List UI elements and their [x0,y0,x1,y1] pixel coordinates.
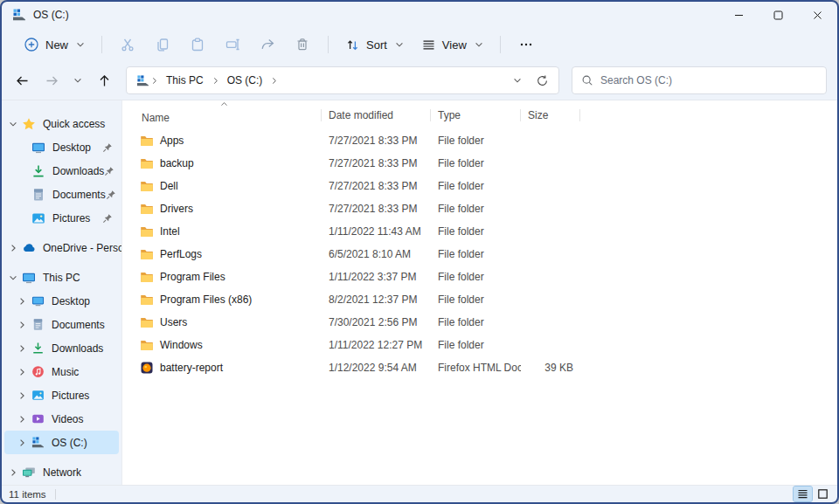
search-icon [581,74,593,86]
file-name: Windows [160,339,203,351]
toolbar-separator [101,36,102,53]
sidebar-item-documents-pinned[interactable]: Documents [4,183,119,206]
picture-icon [31,389,45,403]
chevron-right-icon[interactable] [13,368,31,376]
chevron-down-icon [395,40,404,49]
details-view-button[interactable] [794,487,812,501]
file-row-perflogs[interactable]: PerfLogs 6/5/2021 8:10 AM File folder [122,243,837,266]
sidebar-item-quick-access[interactable]: Quick access [4,112,119,135]
file-row-drivers[interactable]: Drivers 7/27/2021 8:33 PM File folder [122,197,837,220]
details-view-icon [797,488,808,500]
file-type: File folder [431,339,521,351]
chevron-right-icon[interactable] [13,391,31,400]
sidebar-item-desktop-pinned[interactable]: Desktop [4,135,119,159]
breadcrumb-os-c[interactable]: OS (C:) [222,71,268,90]
sidebar-item-onedrive[interactable]: OneDrive - Personal [4,236,119,259]
file-date: 7/27/2021 8:33 PM [322,135,431,147]
chevron-right-icon[interactable] [13,321,31,329]
file-name: Apps [160,135,184,147]
delete-button[interactable] [286,32,319,57]
minimize-button[interactable] [719,2,759,28]
sidebar-item-pictures[interactable]: Pictures [4,383,119,407]
file-type: File folder [431,180,521,192]
chevron-right-icon[interactable] [13,297,31,306]
file-row-backup[interactable]: backup 7/27/2021 8:33 PM File folder [122,152,837,175]
sidebar-item-downloads-pinned[interactable]: Downloads [4,159,119,183]
window-title: OS (C:) [33,9,69,21]
chevron-right-icon[interactable] [13,344,31,353]
navigation-pane: Quick access Desktop Downloads Documents [2,100,121,485]
status-bar: 11 items [2,485,837,502]
up-button[interactable] [91,67,117,93]
sidebar-item-documents[interactable]: Documents [4,313,119,336]
file-row-dell[interactable]: Dell 7/27/2021 8:33 PM File folder [122,175,837,197]
command-toolbar: New Sort View [2,28,837,61]
sidebar-item-label: Desktop [52,142,91,154]
file-row-users[interactable]: Users 7/30/2021 2:56 PM File folder [122,311,837,334]
file-row-program-files[interactable]: Program Files 1/11/2022 3:37 PM File fol… [122,266,837,288]
breadcrumb-chevron-icon [269,77,279,85]
share-button[interactable] [251,32,284,57]
chevron-right-icon[interactable] [4,244,22,252]
forward-button[interactable] [38,67,65,93]
sidebar-item-music[interactable]: Music [4,360,119,383]
copy-button[interactable] [146,32,179,57]
cut-button[interactable] [111,32,144,57]
file-row-battery-report[interactable]: battery-report 1/12/2022 9:54 AM Firefox… [122,356,837,379]
picture-icon [31,211,45,225]
large-icons-view-button[interactable] [814,487,832,501]
music-icon [31,365,45,379]
toolbar-separator [328,36,329,53]
view-button-label: View [442,38,467,52]
file-row-windows[interactable]: Windows 1/11/2022 12:27 PM File folder [122,334,837,356]
chevron-down-icon[interactable] [4,273,22,282]
close-button[interactable] [798,2,837,28]
sidebar-item-downloads[interactable]: Downloads [4,336,119,360]
refresh-icon [536,74,549,87]
sidebar-item-desktop[interactable]: Desktop [4,289,119,313]
file-row-intel[interactable]: Intel 1/11/2022 11:43 AM File folder [122,220,837,243]
minimize-icon [732,8,746,23]
sidebar-item-label: OneDrive - Personal [43,242,121,254]
search-box[interactable] [572,66,827,94]
plus-circle-icon [24,37,39,52]
back-button[interactable] [9,67,35,93]
refresh-button[interactable] [529,67,555,93]
sidebar-item-videos[interactable]: Videos [4,407,119,431]
recent-locations-button[interactable] [68,67,87,93]
sidebar-item-network[interactable]: Network [4,460,119,484]
chevron-right-icon[interactable] [13,438,31,447]
sort-button[interactable]: Sort [337,33,412,57]
item-count: 11 items [9,489,46,500]
paste-button[interactable] [181,32,214,57]
sidebar-item-os-c[interactable]: OS (C:) [4,431,119,454]
rename-button[interactable] [216,32,249,57]
file-date: 7/27/2021 8:33 PM [322,203,431,215]
sidebar-item-pictures-pinned[interactable]: Pictures [4,206,119,230]
file-row-apps[interactable]: Apps 7/27/2021 8:33 PM File folder [122,129,837,152]
file-name: Program Files (x86) [160,293,252,306]
breadcrumb-this-pc[interactable]: This PC [161,71,209,90]
column-header-size[interactable]: Size [521,100,580,129]
sidebar-item-this-pc[interactable]: This PC [4,266,119,289]
column-header-date-modified[interactable]: Date modified [322,100,431,129]
see-more-button[interactable] [510,32,543,57]
chevron-down-icon[interactable] [4,120,22,128]
new-button[interactable]: New [16,32,93,57]
sort-icon [345,38,360,52]
folder-icon [140,247,154,261]
document-icon [31,188,45,202]
chevron-right-icon[interactable] [13,415,31,424]
search-input[interactable] [600,74,817,86]
view-button[interactable]: View [413,33,491,57]
column-header-name[interactable]: Name [122,100,322,129]
address-bar[interactable]: This PC OS (C:) [126,66,559,94]
chevron-right-icon[interactable] [4,468,22,477]
column-header-type[interactable]: Type [431,100,521,129]
maximize-button[interactable] [759,2,798,28]
address-dropdown-button[interactable] [508,67,527,93]
file-row-program-files-x86[interactable]: Program Files (x86) 8/2/2021 12:37 PM Fi… [122,288,837,311]
ellipsis-icon [519,38,533,52]
file-date: 1/11/2022 3:37 PM [322,271,431,283]
file-date: 1/11/2022 11:43 AM [322,225,431,238]
